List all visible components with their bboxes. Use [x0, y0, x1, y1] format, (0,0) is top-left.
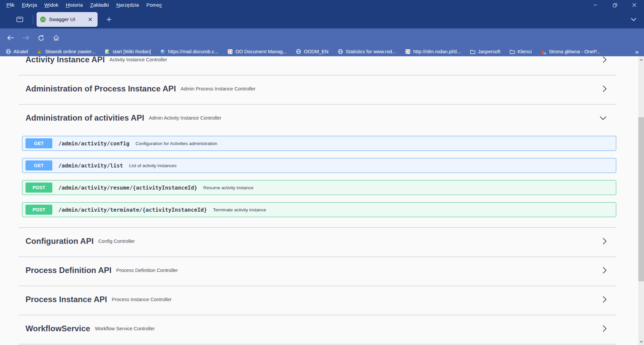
restore-icon [613, 3, 617, 7]
section-subtitle: Process Instance Controller [112, 297, 171, 302]
globe-icon [296, 49, 302, 55]
close-window-button[interactable] [625, 0, 644, 10]
home-icon [53, 35, 59, 41]
menu-history[interactable]: Historia [62, 0, 87, 10]
method-badge: POST [25, 183, 52, 193]
bookmark-start-wiki-rodan[interactable]: start [Wiki Rodan] [104, 49, 151, 55]
close-window-icon [632, 3, 636, 7]
section-title: Configuration API [25, 236, 94, 246]
menu-edit[interactable]: Edycja [18, 0, 41, 10]
method-badge: POST [25, 205, 52, 215]
chevron-right-icon [602, 296, 607, 303]
reload-icon [38, 35, 44, 41]
list-all-tabs-button[interactable] [628, 14, 639, 25]
new-tab-button[interactable] [103, 13, 115, 25]
endpoint-path: /admin/activity/terminate/{activityInsta… [58, 207, 207, 213]
menu-help[interactable]: Pomoc [143, 0, 166, 10]
section-subtitle: Config Controller [98, 238, 135, 244]
navigation-toolbar: dm-dev.rodan.pl:8080/swagger-ui/#/Admini… [0, 28, 644, 47]
bookmark-oo-document-manager[interactable]: OO Document Manag... [227, 49, 287, 55]
minimize-button[interactable] [586, 0, 605, 10]
swagger-ui-page: Activity Instance API Activity Instance … [0, 56, 638, 345]
endpoint-post-admin-activity-terminate[interactable]: POST /admin/activity/terminate/{activity… [22, 202, 616, 217]
method-badge: GET [25, 160, 52, 170]
bookmark-slownik[interactable]: Słownik online zawier... [37, 49, 96, 55]
section-subtitle: Workflow Service Controller [95, 326, 155, 331]
bookmark-onepager[interactable]: Strona główna - OneP... [541, 49, 600, 55]
swagger-favicon [40, 16, 46, 22]
section-workflow-service[interactable]: WorkflowService Workflow Service Control… [19, 315, 616, 344]
chevron-right-icon [602, 325, 607, 332]
section-title: Process Definition API [25, 265, 112, 275]
endpoint-path: /admin/activity/resume/{activityInstance… [58, 185, 197, 191]
back-button[interactable] [4, 31, 17, 44]
restore-button[interactable] [605, 0, 625, 10]
endpoint-get-admin-activity-list[interactable]: GET /admin/activity/list List of activit… [22, 158, 616, 173]
section-admin-process-instance-api[interactable]: Administration of Process Instance API A… [19, 75, 616, 105]
section-admin-activities-api[interactable]: Administration of activities API Admin A… [19, 105, 616, 133]
scrollbar-thumb[interactable] [638, 117, 644, 281]
chevron-right-icon [602, 56, 607, 63]
section-title: Administration of Process Instance API [25, 84, 176, 94]
globe-icon [5, 49, 11, 55]
reload-button[interactable] [35, 31, 47, 44]
section-title: Administration of activities API [25, 113, 144, 123]
endpoint-get-admin-activity-config[interactable]: GET /admin/activity/config Configuration… [22, 136, 616, 151]
menu-file[interactable]: Plik [3, 0, 18, 10]
arrow-up-icon [640, 59, 643, 61]
menu-view[interactable]: Widok [41, 0, 62, 10]
blue-sphere-icon [160, 49, 166, 55]
tab-bar: Swagger UI [0, 10, 644, 28]
globe-icon [337, 49, 343, 55]
section-subtitle: Admin Process Instance Controller [181, 86, 256, 91]
tab-separator [33, 15, 33, 24]
forward-button[interactable] [19, 31, 32, 44]
endpoint-description: Terminate activity instance [213, 207, 266, 212]
section-subtitle: Activity Instance Controller [110, 57, 167, 62]
section-configuration-api[interactable]: Configuration API Config Controller [19, 228, 616, 257]
chevron-down-icon [631, 18, 636, 21]
scroll-up-arrow[interactable] [638, 57, 644, 63]
endpoint-description: Configuration for Activities administrat… [136, 141, 217, 146]
vertical-scrollbar[interactable] [638, 56, 644, 345]
scroll-down-arrow[interactable] [638, 339, 644, 344]
window-title-bar: Plik Edycja Widok Historia Zakładki Narz… [0, 0, 644, 10]
menu-tools[interactable]: Narzędzia [113, 0, 143, 10]
tab-close-button[interactable] [86, 15, 94, 23]
section-process-instance-api[interactable]: Process Instance API Process Instance Co… [19, 286, 616, 315]
section-process-definition-api[interactable]: Process Definition API Process Definitio… [19, 257, 616, 286]
chevron-right-icon [602, 267, 607, 274]
section-activity-instance-api[interactable]: Activity Instance API Activity Instance … [19, 56, 616, 75]
menu-bookmarks[interactable]: Zakładki [87, 0, 113, 10]
method-badge: GET [25, 138, 52, 148]
bookmark-folder-jaspersoft[interactable]: Jaspersoft [470, 49, 500, 55]
endpoint-description: Resume activity instance [203, 185, 253, 190]
bookmark-mail-docurob[interactable]: https://mail.docurob.c... [160, 49, 218, 55]
bookmarks-overflow-button[interactable]: » [635, 49, 639, 55]
folder-icon [470, 49, 476, 55]
bookmarks-toolbar: Alcatel Słownik online zawier... start [… [0, 47, 644, 56]
section-title: Activity Instance API [25, 56, 105, 65]
endpoint-path: /admin/activity/config [58, 140, 129, 147]
minimize-icon [593, 3, 597, 7]
forward-icon [22, 35, 30, 41]
chevron-right-icon [602, 85, 607, 92]
bookmark-alcatel[interactable]: Alcatel [5, 49, 28, 55]
tab-title: Swagger UI [49, 16, 86, 22]
bookmark-oodm-en[interactable]: OODM_EN [296, 49, 328, 55]
arrow-down-icon [640, 341, 643, 343]
triangles-icon [541, 49, 546, 55]
chevron-down-icon [599, 116, 607, 120]
bookmark-rdm-rodan[interactable]: http://rdm.rodan.pl/d... [405, 49, 461, 55]
bookmark-folder-klienci[interactable]: Klienci [509, 49, 532, 55]
home-button[interactable] [50, 31, 62, 44]
section-title: Process Instance API [25, 294, 107, 304]
firefox-view-button[interactable] [12, 13, 28, 26]
bookmark-statistics[interactable]: Statistics for www.rod... [337, 49, 396, 55]
notepad-icon [104, 49, 110, 55]
back-icon [7, 35, 14, 41]
tab-swagger-ui[interactable]: Swagger UI [37, 12, 98, 27]
section-title: WorkflowService [25, 324, 90, 334]
endpoint-post-admin-activity-resume[interactable]: POST /admin/activity/resume/{activityIns… [22, 180, 616, 195]
section-subtitle: Process Definition Controller [116, 268, 178, 273]
